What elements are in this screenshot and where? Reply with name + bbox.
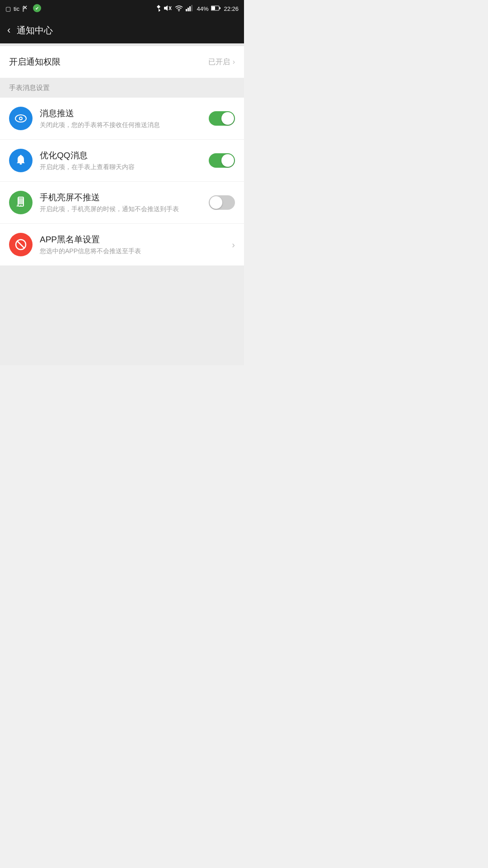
optimize-qq-toggle-knob [221, 154, 234, 167]
svg-rect-11 [189, 6, 191, 11]
svg-rect-19 [20, 163, 22, 165]
optimize-qq-title: 优化QQ消息 [40, 150, 203, 161]
permission-row[interactable]: 开启通知权限 已开启 › [0, 46, 244, 78]
settings-item-message-push: 消息推送 关闭此项，您的手表将不接收任何推送消息 [0, 98, 244, 140]
app-blacklist-content: APP黑名单设置 您选中的APP信息将不会推送至手表 [40, 234, 226, 255]
time-display: 22:26 [224, 5, 239, 12]
settings-item-optimize-qq: 优化QQ消息 开启此项，在手表上查看聊天内容 [0, 140, 244, 182]
app-blacklist-chevron-icon: › [232, 240, 235, 250]
svg-rect-5 [164, 7, 166, 9]
optimize-qq-toggle-container[interactable] [209, 153, 235, 168]
svg-rect-12 [191, 5, 192, 11]
svg-rect-22 [19, 198, 23, 204]
settings-list: 消息推送 关闭此项，您的手表将不接收任何推送消息 优化QQ消息 开启此项，在手表… [0, 98, 244, 266]
message-push-toggle[interactable] [209, 111, 235, 126]
page-title: 通知中心 [17, 24, 53, 37]
wifi-icon [175, 5, 183, 13]
screen-no-push-icon-container [9, 191, 33, 214]
optimize-qq-subtitle: 开启此项，在手表上查看聊天内容 [40, 163, 203, 171]
svg-text:✔: ✔ [35, 6, 39, 11]
message-push-toggle-container[interactable] [209, 111, 235, 126]
status-left: ▢ tic ✔ [5, 4, 41, 14]
svg-point-23 [20, 205, 21, 206]
screen-no-push-toggle-container[interactable] [209, 195, 235, 210]
svg-rect-15 [220, 7, 221, 9]
signal-bars-icon [186, 5, 194, 13]
optimize-qq-icon-container [9, 149, 33, 172]
status-bar: ▢ tic ✔ [0, 0, 244, 17]
permission-chevron-icon: › [233, 58, 235, 66]
svg-point-8 [178, 10, 179, 11]
svg-point-20 [20, 155, 22, 157]
signal-icon1 [22, 5, 30, 13]
permission-status: 已开启 › [208, 57, 235, 67]
message-push-icon-container [9, 107, 33, 130]
eye-icon [14, 112, 27, 125]
svg-rect-14 [211, 6, 215, 10]
optimize-qq-toggle[interactable] [209, 153, 235, 168]
square-icon: ▢ [5, 5, 11, 12]
battery-icon [211, 5, 221, 12]
block-icon [14, 238, 27, 251]
app-blacklist-subtitle: 您选中的APP信息将不会推送至手表 [40, 247, 226, 255]
svg-rect-10 [188, 8, 189, 11]
svg-line-25 [17, 241, 25, 249]
svg-rect-9 [186, 9, 187, 11]
permission-label: 开启通知权限 [9, 56, 61, 68]
screen-no-push-content: 手机亮屏不推送 开启此项，手机亮屏的时候，通知不会推送到手表 [40, 192, 203, 213]
app-name: tic [14, 5, 19, 12]
message-push-subtitle: 关闭此项，您的手表将不接收任何推送消息 [40, 121, 203, 129]
back-button[interactable]: ‹ [7, 25, 10, 35]
svg-point-18 [20, 118, 22, 119]
section-header: 手表消息设置 [0, 78, 244, 98]
settings-item-app-blacklist[interactable]: APP黑名单设置 您选中的APP信息将不会推送至手表 › [0, 224, 244, 266]
battery-percent: 44% [197, 5, 208, 12]
message-push-title: 消息推送 [40, 108, 203, 119]
status-right: 44% 22:26 [156, 5, 239, 13]
green-icon: ✔ [33, 4, 41, 14]
section-header-label: 手表消息设置 [9, 84, 50, 91]
bell-icon [14, 154, 27, 167]
optimize-qq-content: 优化QQ消息 开启此项，在手表上查看聊天内容 [40, 150, 203, 171]
message-push-toggle-knob [221, 112, 234, 125]
screen-no-push-toggle-knob [210, 196, 222, 209]
screen-no-push-toggle[interactable] [209, 195, 235, 210]
bottom-area [0, 266, 244, 365]
screen-no-push-subtitle: 开启此项，手机亮屏的时候，通知不会推送到手表 [40, 205, 203, 213]
phone-icon [14, 196, 27, 209]
app-blacklist-title: APP黑名单设置 [40, 234, 226, 245]
settings-item-screen-no-push: 手机亮屏不推送 开启此项，手机亮屏的时候，通知不会推送到手表 [0, 182, 244, 224]
toolbar: ‹ 通知中心 [0, 17, 244, 43]
bluetooth-icon [156, 5, 161, 13]
message-push-content: 消息推送 关闭此项，您的手表将不接收任何推送消息 [40, 108, 203, 129]
screen-no-push-title: 手机亮屏不推送 [40, 192, 203, 203]
volume-mute-icon [164, 5, 172, 13]
permission-status-text: 已开启 [208, 57, 230, 67]
app-blacklist-arrow: › [232, 240, 235, 250]
app-blacklist-icon-container [9, 233, 33, 256]
